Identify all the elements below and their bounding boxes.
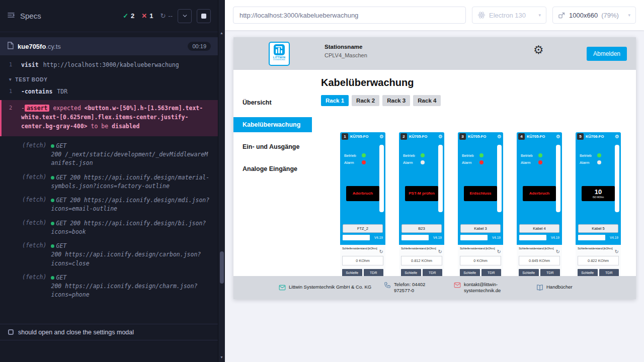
rack-tab-label: Rack 2 [356, 98, 375, 104]
rack-tab[interactable]: Rack 3 [382, 95, 410, 106]
next-test-row[interactable]: should open and close the settings modal [0, 324, 218, 340]
passed-stat: ✓2 [123, 12, 134, 20]
nav-item[interactable]: Kabelüberwachung [233, 117, 312, 132]
aut-area: LITTWIN SYSTEMTECHNIK Stationsname CPLV4… [225, 30, 644, 362]
logout-button[interactable]: Abmelden [587, 47, 627, 61]
schleife-button[interactable]: Schleife [342, 269, 362, 277]
reporter-scrollbar[interactable]: ▲ ▼ [218, 0, 225, 362]
fetch-status: GET 200 [56, 174, 80, 181]
refresh-icon[interactable]: ↻ [379, 249, 383, 254]
pending-icon: ↻ [160, 12, 166, 20]
status-ok-dot [51, 276, 54, 280]
fetch-log-row[interactable]: (fetch) GET 200https://api.iconify.desig… [7, 274, 211, 300]
status-ok-dot [51, 244, 54, 248]
rack-tab[interactable]: Rack 4 [413, 95, 441, 106]
viewport-zoom: (79%) [601, 12, 619, 19]
refresh-icon[interactable]: ↻ [615, 249, 619, 254]
fetch-log-row[interactable]: (fetch) GET 200https://api.iconify.desig… [7, 196, 211, 214]
nav-item[interactable]: Ein- und Ausgänge [233, 139, 312, 154]
resistance-value: 0.645 KOhm [519, 256, 560, 265]
fetch-log-row[interactable]: (fetch) GET 200https://api.iconify.desig… [7, 219, 211, 237]
browser-select[interactable]: Electron 130 ▾ [472, 7, 546, 24]
schleife-button[interactable]: Schleife [401, 269, 421, 277]
betrieb-label: Betrieb [403, 153, 418, 158]
resistance-value: 0 KOhm [460, 256, 501, 265]
viewport-select[interactable]: 1000x660 (79%) ▾ [552, 7, 636, 24]
reporter-dropdown-button[interactable] [178, 9, 192, 23]
device-gear-icon[interactable]: ⚙ [615, 134, 619, 139]
schleife-button[interactable]: Schleife [578, 269, 598, 277]
device-model: KÜ705-FO [409, 134, 437, 139]
settings-gear-icon[interactable]: ⚙ [533, 44, 544, 56]
test-body-section-header[interactable]: ▾ TEST BODY [0, 71, 218, 86]
chevron-down-icon: ▾ [9, 77, 12, 82]
cable-select[interactable] [578, 235, 605, 240]
url-input[interactable] [233, 7, 466, 24]
fetch-log-row[interactable]: (fetch) GET 200/_next/static/development… [7, 142, 211, 168]
spec-file-row[interactable]: kue705fo.cy.ts 00:19 [0, 37, 218, 55]
status-unit: ISO MOhm [593, 196, 604, 199]
firmware-version: V4.19 [551, 236, 559, 239]
stop-run-button[interactable] [197, 9, 211, 23]
phone-icon [384, 282, 391, 289]
nav-item[interactable]: Analoge Eingänge [233, 161, 312, 176]
refresh-icon[interactable]: ↻ [497, 249, 501, 254]
failed-count: 1 [149, 12, 153, 20]
refresh-icon[interactable]: ↻ [556, 249, 560, 254]
pending-stat: ↻-- [160, 12, 173, 20]
specs-title: Specs [20, 12, 41, 20]
footer-email[interactable]: kontakt@littwin-systemtechnik.de [454, 282, 524, 294]
schleife-button[interactable]: Schleife [519, 269, 539, 277]
tdr-button[interactable]: TDR [364, 269, 384, 277]
fetch-log-row[interactable]: (fetch) GET 200https://api.iconify.desig… [7, 173, 211, 191]
tdr-button[interactable]: TDR [540, 269, 560, 277]
scroll-down-arrow-icon[interactable]: ▼ [218, 355, 225, 359]
resistance-label: Schleifenwiderstand [kOhm] [460, 247, 501, 250]
device-gear-icon[interactable]: ⚙ [379, 134, 384, 139]
failed-assertion[interactable]: 2 -assert expected <button.w-[50%].h-[1.… [0, 100, 218, 136]
cable-name: Kabel 4 [519, 224, 559, 233]
cable-select[interactable] [401, 235, 429, 240]
command-contains[interactable]: 1 -containsTDR [0, 86, 218, 98]
firmware-version: V4.19 [433, 236, 442, 239]
passed-icon: ✓ [123, 12, 128, 20]
command-visit[interactable]: 1 visithttp://localhost:3000/kabelueberw… [0, 59, 218, 71]
cable-select[interactable] [460, 235, 488, 240]
specs-collapse-icon[interactable] [7, 11, 15, 21]
scrollbar-thumb[interactable] [220, 251, 224, 284]
alarm-led [421, 160, 425, 164]
resistance-value: 0.822 KOhm [578, 256, 619, 265]
cable-select[interactable] [519, 235, 546, 240]
tdr-button[interactable]: TDR [481, 269, 502, 277]
alarm-led [538, 160, 542, 164]
fetch-label: (fetch) [22, 219, 46, 237]
resistance-label: Schleifenwiderstand [kOhm] [519, 247, 560, 250]
footer-manuals[interactable]: Handbücher [536, 284, 573, 291]
status-ok-dot [51, 199, 54, 202]
device-gear-icon[interactable]: ⚙ [556, 134, 560, 139]
device-number: 4 [518, 133, 525, 140]
nav-item[interactable]: Übersicht [233, 95, 312, 110]
device-gear-icon[interactable]: ⚙ [438, 134, 443, 139]
app-main: Kabelüberwachung Rack 1 Rack 2 Rack 3 [312, 70, 636, 299]
tdr-button[interactable]: TDR [423, 269, 443, 277]
station-info: Stationsname CPLV4_Maschen [325, 44, 367, 58]
app-nav: Übersicht Kabelüberwachung Ein- und Ausg… [233, 70, 312, 299]
scroll-up-arrow-icon[interactable]: ▲ [218, 31, 225, 35]
footer-phone[interactable]: Telefon: 04402 972577-0 [384, 282, 442, 294]
mail-icon [279, 284, 286, 291]
alarm-label: Alarm [521, 160, 536, 165]
status-display: Aderbruch [346, 186, 379, 201]
cable-select[interactable] [343, 235, 370, 240]
schleife-button[interactable]: Schleife [460, 269, 480, 277]
nav-item-label: Analoge Eingänge [243, 165, 297, 172]
mail-icon [454, 282, 461, 289]
rack-tab[interactable]: Rack 2 [352, 95, 379, 106]
tdr-button[interactable]: TDR [599, 269, 619, 277]
device-gear-icon[interactable]: ⚙ [497, 134, 502, 139]
refresh-icon[interactable]: ↻ [438, 249, 442, 254]
rack-tab[interactable]: Rack 1 [321, 95, 349, 106]
device-model: KÜ705-FO [527, 134, 554, 139]
footer-company: Littwin Systemtechnik GmbH & Co. KG [279, 284, 372, 291]
fetch-log-row[interactable]: (fetch) GET 200https://api.iconify.desig… [7, 242, 211, 268]
